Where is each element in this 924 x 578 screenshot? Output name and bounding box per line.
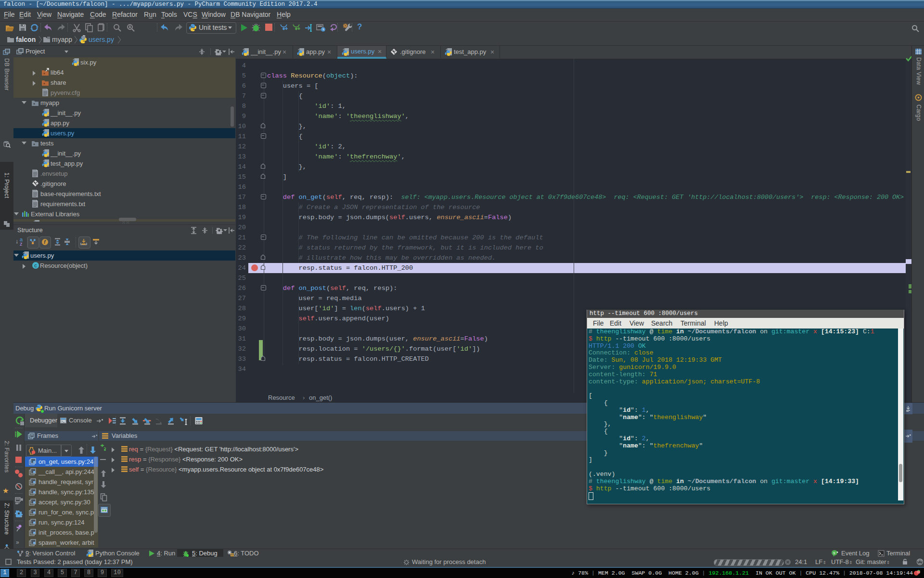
svg-text:9: 9 — [833, 551, 835, 555]
